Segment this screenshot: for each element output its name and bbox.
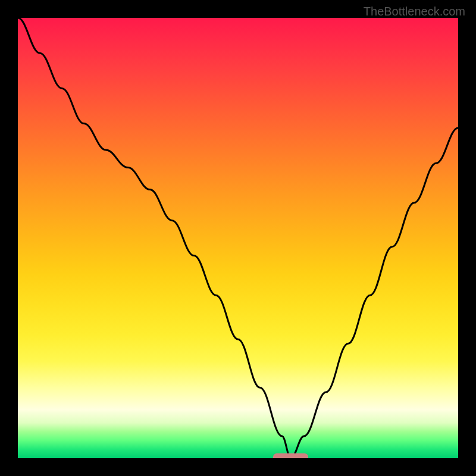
watermark-text: TheBottleneck.com xyxy=(364,5,465,18)
curve-line xyxy=(18,18,458,458)
bottleneck-curve xyxy=(18,18,458,458)
optimal-range-marker xyxy=(273,453,308,458)
chart-container xyxy=(18,18,458,458)
